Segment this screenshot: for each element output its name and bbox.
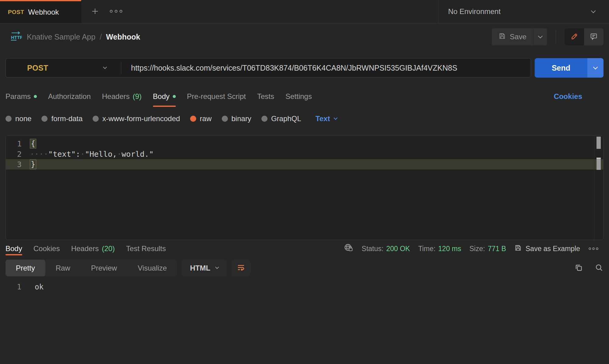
copy-icon xyxy=(574,263,583,273)
tab-options-button[interactable] xyxy=(109,9,123,14)
save-icon xyxy=(514,244,522,254)
copy-button[interactable] xyxy=(574,263,583,273)
response-meta: Status: 200 OK Time: 120 ms Size: 771 B … xyxy=(344,243,599,254)
network-info-icon[interactable] xyxy=(344,243,353,254)
response-tab-cookies[interactable]: Cookies xyxy=(34,240,60,257)
save-as-example-button[interactable]: Save as Example xyxy=(514,244,580,254)
tab-pre-request-script[interactable]: Pre-request Script xyxy=(187,92,246,107)
radio-label: raw xyxy=(200,114,212,123)
tab-label: Authorization xyxy=(48,92,91,101)
scrollbar-marker xyxy=(597,158,601,170)
breadcrumb: Knative Sample App / Webhook xyxy=(27,33,140,41)
edit-mode-button[interactable] xyxy=(565,28,584,45)
size-value: 771 B xyxy=(488,245,506,253)
request-tab[interactable]: POST Webhook xyxy=(0,0,81,23)
wrap-text-button[interactable] xyxy=(231,260,251,276)
params-active-dot xyxy=(34,95,37,98)
open-brace: { xyxy=(30,139,36,149)
save-button[interactable]: Save xyxy=(492,28,533,45)
radio-form-data[interactable]: form-data xyxy=(41,114,83,123)
comments-button[interactable] xyxy=(584,28,604,45)
view-preview[interactable]: Preview xyxy=(81,260,127,276)
response-options-button[interactable] xyxy=(588,247,599,251)
tab-settings[interactable]: Settings xyxy=(285,92,312,107)
radio-binary[interactable]: binary xyxy=(222,114,251,123)
tab-label: Pre-request Script xyxy=(187,92,246,101)
response-tab-body[interactable]: Body xyxy=(5,240,22,257)
tab-authorization[interactable]: Authorization xyxy=(48,92,91,107)
search-button[interactable] xyxy=(595,263,604,273)
tab-headers[interactable]: Headers (9) xyxy=(102,92,142,107)
radio-icon xyxy=(5,116,12,122)
method-label: POST xyxy=(27,64,48,72)
close-brace: } xyxy=(30,159,36,169)
wrap-text-icon xyxy=(236,263,246,273)
raw-format-label: Text xyxy=(316,114,330,123)
radio-icon xyxy=(93,116,99,122)
new-tab-button[interactable] xyxy=(90,7,100,17)
breadcrumb-request-name[interactable]: Webhook xyxy=(106,33,140,41)
radio-x-www-form-urlencoded[interactable]: x-www-form-urlencoded xyxy=(93,114,180,123)
headers-count: (9) xyxy=(133,92,142,101)
code-line: 2 ····"text":·"Hello,·world." xyxy=(6,149,603,159)
radio-label: form-data xyxy=(51,114,83,123)
radio-none[interactable]: none xyxy=(5,114,31,123)
response-format-select[interactable]: HTML xyxy=(182,260,227,276)
view-visualize[interactable]: Visualize xyxy=(127,260,177,276)
search-icon xyxy=(595,263,604,273)
breadcrumb-separator: / xyxy=(100,33,102,41)
radio-raw[interactable]: raw xyxy=(190,114,212,123)
line-number: 1 xyxy=(5,283,21,291)
tab-params[interactable]: Params xyxy=(5,92,37,107)
environment-selector[interactable]: No Environment xyxy=(438,0,609,23)
tab-tests[interactable]: Tests xyxy=(257,92,274,107)
send-options-button[interactable] xyxy=(587,58,604,78)
tab-label: Tests xyxy=(257,92,274,101)
time-value: 120 ms xyxy=(438,245,461,253)
response-tab-headers[interactable]: Headers (20) xyxy=(71,240,115,257)
method-select[interactable]: POST xyxy=(6,64,121,72)
response-tabs: Body Cookies Headers (20) Test Results xyxy=(5,240,177,257)
radio-icon xyxy=(222,116,228,122)
postman-app: { "tabbar": { "tab": { "method": "POST",… xyxy=(0,0,609,364)
radio-graphql[interactable]: GraphQL xyxy=(261,114,301,123)
view-pretty[interactable]: Pretty xyxy=(5,260,45,276)
status-label: Status: xyxy=(362,245,384,253)
body-type-row: none form-data x-www-form-urlencoded raw… xyxy=(5,114,604,123)
request-body-editor[interactable]: 1 { 2 ····"text":·"Hello,·world." 3 } xyxy=(5,135,604,240)
edit-comment-toggle xyxy=(565,28,604,45)
raw-format-select[interactable]: Text xyxy=(316,114,337,123)
view-raw[interactable]: Raw xyxy=(45,260,81,276)
radio-icon xyxy=(41,116,48,122)
tab-label: Params xyxy=(5,92,31,101)
status-value: 200 OK xyxy=(386,245,410,253)
response-tools xyxy=(574,260,604,276)
tab-body[interactable]: Body xyxy=(153,92,176,107)
tab-actions xyxy=(81,0,438,23)
breadcrumb-collection[interactable]: Knative Sample App xyxy=(27,33,95,41)
whitespace-dot: · xyxy=(117,150,122,159)
tab-label: Headers xyxy=(71,244,99,253)
comment-icon xyxy=(590,33,598,41)
http-request-icon: HTTP xyxy=(10,31,22,42)
editor-scrollbar[interactable] xyxy=(594,136,603,240)
response-tab-test-results[interactable]: Test Results xyxy=(126,240,166,257)
radio-icon-selected xyxy=(190,116,196,122)
response-content: ok xyxy=(35,283,44,291)
scrollbar-thumb[interactable] xyxy=(597,137,601,149)
cookies-link[interactable]: Cookies xyxy=(554,92,582,101)
response-body[interactable]: 1 ok xyxy=(5,282,604,292)
time-label: Time: xyxy=(418,245,436,253)
url-input[interactable]: https://hooks.slack.com/services/T06TD83… xyxy=(121,64,531,72)
chevron-down-icon xyxy=(215,265,219,269)
chevron-down-icon xyxy=(334,116,338,120)
response-view-switch: Pretty Raw Preview Visualize xyxy=(5,260,177,276)
tab-label: Body xyxy=(153,92,170,101)
save-options-button[interactable] xyxy=(533,28,547,45)
send-button[interactable]: Send xyxy=(535,58,587,78)
url-row: POST https://hooks.slack.com/services/T0… xyxy=(5,58,604,78)
ellipsis-icon xyxy=(109,9,123,14)
line-number: 2 xyxy=(6,150,22,159)
line-number: 3 xyxy=(6,160,22,169)
whitespace-dot: · xyxy=(80,150,85,159)
